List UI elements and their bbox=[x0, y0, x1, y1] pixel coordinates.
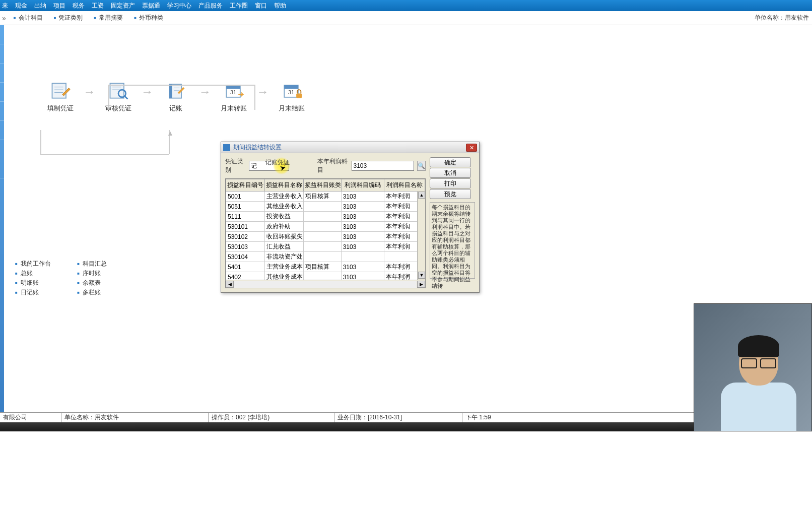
grid-cell[interactable]: 530102 bbox=[226, 232, 265, 242]
scroll-down-button[interactable]: ▼ bbox=[418, 272, 425, 279]
grid-cell[interactable]: 投资收益 bbox=[264, 212, 303, 222]
grid-cell[interactable] bbox=[303, 252, 341, 262]
menu-item[interactable]: 票据通 bbox=[142, 2, 160, 10]
grid-cell[interactable] bbox=[341, 252, 384, 262]
grid-header[interactable]: 损益科目编号 bbox=[226, 179, 265, 192]
os-taskbar[interactable] bbox=[0, 422, 812, 431]
grid-cell[interactable]: 收回坏账损失 bbox=[264, 232, 303, 242]
document-magnifier-icon bbox=[106, 81, 130, 101]
table-row[interactable]: 530103汇兑收益3103本年利润 bbox=[226, 242, 425, 252]
svg-line-8 bbox=[125, 96, 128, 99]
scroll-up-button[interactable]: ▲ bbox=[418, 192, 425, 199]
period-pl-transfer-dialog: 期间损益结转设置 ✕ 凭证类别 ▼ ➤ 记账凭证 本年利润科目 🔍 bbox=[221, 142, 480, 293]
quicklink-account-summary[interactable]: 科目汇总 bbox=[77, 260, 138, 268]
grid-cell[interactable]: 3103 bbox=[341, 242, 384, 252]
menu-item[interactable]: 出纳 bbox=[34, 2, 46, 10]
scroll-right-button[interactable]: ▶ bbox=[417, 281, 425, 288]
svg-text:31: 31 bbox=[288, 89, 294, 95]
lookup-button[interactable]: 🔍 bbox=[417, 161, 426, 171]
grid-vscrollbar[interactable]: ▲ ▼ bbox=[417, 191, 425, 280]
grid-header[interactable]: 损益科目账类 bbox=[303, 179, 341, 192]
grid-cell[interactable] bbox=[303, 222, 341, 232]
grid-cell[interactable]: 3103 bbox=[341, 232, 384, 242]
quicklink-workbench[interactable]: 我的工作台 bbox=[15, 260, 76, 268]
grid-cell[interactable]: 5051 bbox=[226, 202, 265, 212]
dialog-title-text: 期间损益结转设置 bbox=[233, 143, 282, 152]
grid-cell[interactable]: 项目核算 bbox=[303, 262, 341, 272]
grid-cell[interactable]: 3103 bbox=[341, 202, 384, 212]
grid-cell[interactable] bbox=[303, 232, 341, 242]
left-sidebar-strip[interactable] bbox=[0, 25, 4, 413]
grid-cell[interactable]: 5001 bbox=[226, 192, 265, 202]
grid-cell[interactable]: 5111 bbox=[226, 212, 265, 222]
menu-item[interactable]: 产品服务 bbox=[198, 2, 223, 10]
grid-cell[interactable] bbox=[303, 212, 341, 222]
workflow-node-month-close[interactable]: 31 月末结账 bbox=[261, 81, 322, 113]
grid-cell[interactable]: 530101 bbox=[226, 222, 265, 232]
expand-icon[interactable]: » bbox=[2, 14, 5, 22]
table-row[interactable]: 5001主营业务收入项目核算3103本年利润 bbox=[226, 192, 425, 202]
menu-item[interactable]: 来 bbox=[2, 2, 8, 10]
combo-dropdown-button[interactable]: ▼ bbox=[281, 161, 289, 170]
menu-item[interactable]: 工作圈 bbox=[230, 2, 248, 10]
grid-cell[interactable]: 530104 bbox=[226, 252, 265, 262]
grid-cell[interactable] bbox=[303, 202, 341, 212]
grid-cell[interactable]: 非流动资产处置 bbox=[264, 252, 303, 262]
grid-cell[interactable]: 530103 bbox=[226, 242, 265, 252]
menu-item[interactable]: 窗口 bbox=[255, 2, 267, 10]
preview-button[interactable]: 预览 bbox=[430, 189, 471, 199]
toolbar-item-account[interactable]: 会计科目 bbox=[14, 14, 43, 22]
cancel-button[interactable]: 取消 bbox=[430, 168, 471, 178]
menu-item[interactable]: 税务 bbox=[73, 2, 85, 10]
grid-cell[interactable]: 主营业务收入 bbox=[264, 192, 303, 202]
quicklink-chronological[interactable]: 序时账 bbox=[77, 269, 138, 278]
grid-cell[interactable]: 政府补助 bbox=[264, 222, 303, 232]
grid-cell[interactable] bbox=[303, 242, 341, 252]
profit-account-input[interactable] bbox=[352, 161, 414, 171]
grid-cell[interactable]: 5401 bbox=[226, 262, 265, 272]
table-row[interactable]: 530104非流动资产处置 bbox=[226, 252, 425, 262]
print-button[interactable]: 打印 bbox=[430, 178, 471, 188]
toolbar-item-voucher-type[interactable]: 凭证类别 bbox=[54, 14, 83, 22]
grid-header[interactable]: 利润科目名称 bbox=[384, 179, 425, 192]
arrow-icon: → bbox=[199, 85, 211, 99]
quicklink-detail-ledger[interactable]: 明细账 bbox=[15, 279, 76, 287]
quicklink-balance-sheet[interactable]: 余额表 bbox=[77, 279, 138, 287]
grid-cell[interactable]: 其他业务收入 bbox=[264, 202, 303, 212]
table-row[interactable]: 5401主营业务成本项目核算3103本年利润 bbox=[226, 262, 425, 272]
workflow-node-fill-voucher[interactable]: 填制凭证 bbox=[30, 81, 91, 113]
grid-header[interactable]: 利润科目编码 bbox=[341, 179, 384, 192]
dialog-titlebar[interactable]: 期间损益结转设置 ✕ bbox=[221, 142, 479, 153]
grid-cell[interactable]: 3103 bbox=[341, 262, 384, 272]
grid-hscrollbar[interactable]: ◀ ▶ bbox=[226, 280, 425, 288]
toolbar-item-currency[interactable]: 外币种类 bbox=[134, 14, 163, 22]
toolbar-item-summary[interactable]: 常用摘要 bbox=[94, 14, 123, 22]
ok-button[interactable]: 确定 bbox=[430, 157, 471, 167]
quicklink-multi-column[interactable]: 多栏账 bbox=[77, 288, 138, 297]
menu-item[interactable]: 项目 bbox=[53, 2, 65, 10]
grid-header[interactable]: 损益科目名称 bbox=[264, 179, 303, 192]
menu-item[interactable]: 帮助 bbox=[274, 2, 286, 10]
grid-cell[interactable]: 3103 bbox=[341, 212, 384, 222]
menu-item[interactable]: 工资 bbox=[92, 2, 104, 10]
grid-cell[interactable]: 汇兑收益 bbox=[264, 242, 303, 252]
grid-cell[interactable]: 3103 bbox=[341, 192, 384, 202]
calendar-transfer-icon: 31 bbox=[222, 81, 246, 101]
table-row[interactable]: 5111投资收益3103本年利润 bbox=[226, 212, 425, 222]
table-row[interactable]: 5051其他业务收入3103本年利润 bbox=[226, 202, 425, 212]
close-button[interactable]: ✕ bbox=[466, 144, 477, 152]
grid-cell[interactable]: 主营业务成本 bbox=[264, 262, 303, 272]
menu-item[interactable]: 现金 bbox=[15, 2, 27, 10]
quicklink-general-ledger[interactable]: 总账 bbox=[15, 269, 76, 278]
quicklink-journal[interactable]: 日记账 bbox=[15, 288, 76, 297]
accounts-grid[interactable]: 损益科目编号损益科目名称损益科目账类利润科目编码利润科目名称 5001主营业务收… bbox=[225, 178, 426, 288]
menu-item[interactable]: 学习中心 bbox=[167, 2, 191, 10]
voucher-type-combo[interactable]: ▼ ➤ bbox=[249, 161, 289, 171]
svg-rect-17 bbox=[284, 85, 298, 89]
table-row[interactable]: 530101政府补助3103本年利润 bbox=[226, 222, 425, 232]
grid-cell[interactable]: 3103 bbox=[341, 222, 384, 232]
grid-cell[interactable]: 项目核算 bbox=[303, 192, 341, 202]
menu-item[interactable]: 固定资产 bbox=[111, 2, 135, 10]
table-row[interactable]: 530102收回坏账损失3103本年利润 bbox=[226, 232, 425, 242]
scroll-left-button[interactable]: ◀ bbox=[226, 281, 234, 288]
